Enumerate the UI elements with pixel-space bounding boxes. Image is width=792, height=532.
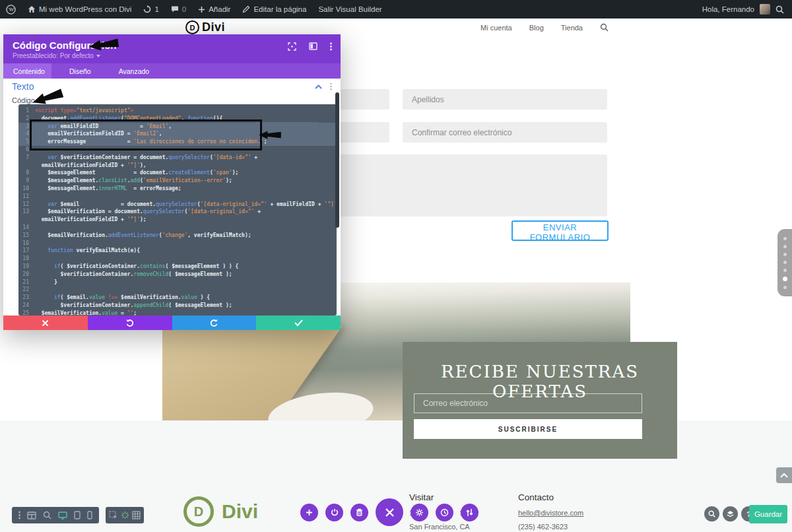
site-menu[interactable]: Mi web WordPress con Divi [22,0,137,18]
modal-header[interactable]: Código Configuración Preestablecido: Por… [3,34,341,63]
section-dot[interactable] [783,277,787,281]
preset-selector[interactable]: Preestablecido: Por defecto [13,52,100,59]
updates-menu[interactable]: 1 [137,0,164,18]
up-down-arrows-icon [466,508,473,517]
discard-button[interactable] [3,316,88,330]
last-name-field[interactable] [403,89,607,110]
modal-scrollbar[interactable] [335,92,339,228]
footer-email-link[interactable]: hello@divistore.com [518,509,583,517]
new-content-menu[interactable]: Añadir [192,0,236,18]
phone-view-icon[interactable] [87,511,92,519]
submit-form-button[interactable]: ENVIAR FORMULARIO [512,220,609,241]
code-line[interactable]: 23 if( $email.value !== $emailVerificati… [18,294,337,302]
edit-page-menu[interactable]: Editar la página [236,0,312,18]
main-nav: Mi cuenta Blog Tienda [480,23,609,32]
layers-icon [727,510,734,517]
code-line[interactable]: 10 $messageElement.innerHTML = errorMess… [18,185,337,193]
account-greeting[interactable]: Hola, Fernando [702,5,754,13]
expand-modal-icon[interactable] [288,42,296,51]
wp-admin-bar: Mi web WordPress con Divi 1 0 Añadir Edi… [0,0,792,18]
code-line[interactable]: 25 $emailVerification.value = ''; [18,310,337,316]
power-icon [331,508,339,516]
code-line[interactable]: 12 var $email = document.querySelector('… [18,201,337,209]
accept-button[interactable] [256,316,341,330]
code-line[interactable]: 8 $messageElement = document.createEleme… [18,169,337,177]
code-line[interactable]: 19 if( $verificationContainer.contains( … [18,263,337,271]
code-line[interactable]: 11 [18,193,337,201]
dock-modal-icon[interactable] [309,42,317,50]
add-section-button[interactable] [300,504,318,521]
section-dot[interactable] [783,245,787,248]
redo-button[interactable] [172,316,257,330]
code-line[interactable]: 24 $verificationContainer.appendChild( $… [18,302,337,310]
line-number: 13 [18,208,29,216]
code-line[interactable]: 7 var $verificationContainer = document.… [18,154,337,162]
undo-button[interactable] [88,316,172,330]
delete-button[interactable] [350,504,368,521]
code-line[interactable]: 15 $emailVerification.addEventListener('… [18,232,337,240]
code-line[interactable]: 13 $emailVerification = document.querySe… [18,208,337,216]
exit-visual-builder[interactable]: Salir Visual Builder [312,0,387,18]
layers-button[interactable] [723,506,738,521]
code-line[interactable]: 20 $verificationContainer.removeChild( $… [18,271,337,279]
search-settings-button[interactable] [704,506,719,521]
tab-diseno[interactable]: Diseño [59,63,101,79]
code-line[interactable]: 14 [18,224,337,232]
code-line[interactable]: 22 [18,286,337,294]
nav-item-mi-cuenta[interactable]: Mi cuenta [480,24,512,32]
history-button[interactable] [436,504,453,521]
section-dot[interactable] [783,253,787,256]
close-builder-menu-button[interactable] [376,498,403,526]
nav-item-tienda[interactable]: Tienda [561,24,583,32]
tab-contenido[interactable]: Contenido [3,63,51,79]
subscribe-button[interactable]: SUSCRIBIRSE [414,419,642,439]
code-line[interactable]: 16 [18,240,337,248]
section-dot[interactable] [783,261,787,264]
modal-kebab-icon[interactable] [330,42,332,51]
desktop-view-icon[interactable] [58,512,67,519]
footer-logo[interactable]: D Divi [183,496,258,527]
line-number: 5 [18,138,29,146]
toggle-kebab-icon[interactable] [330,83,332,90]
portability-button[interactable] [461,504,478,521]
code-line[interactable]: 21 } [18,279,337,286]
section-dot[interactable] [783,237,787,240]
wireframe-view-icon[interactable] [27,512,36,519]
nav-item-blog[interactable]: Blog [529,24,544,32]
grid-mode-icon[interactable] [132,511,141,519]
tab-avanzado[interactable]: Avanzado [109,63,160,79]
caret-down-icon [96,55,100,57]
undo-icon [125,319,134,327]
code-line[interactable]: emailVerificationFieldID + '"]'), [18,162,337,170]
code-line[interactable]: emailVerificationFieldID + '"]'); [18,216,337,224]
line-number: 6 [18,146,29,154]
footer-contact-column: Contacto hello@divistore.com (235) 462-3… [518,492,583,532]
header-search-icon[interactable] [600,23,609,32]
settings-button[interactable] [411,504,428,521]
comments-menu[interactable]: 0 [165,0,192,18]
code-line[interactable]: 18 [18,255,337,263]
site-logo[interactable]: D Divi [185,20,225,34]
footer-phone: (235) 462-3623 [518,523,583,531]
code-line[interactable]: 1<script type="text/javascript"> [18,107,337,115]
code-line[interactable]: 17 function verifyEmailMatch(e){ [18,247,337,255]
search-icon[interactable] [776,5,784,14]
avatar[interactable] [760,4,770,15]
home-icon [28,5,36,13]
confirm-email-field[interactable] [403,122,607,143]
wp-logo-icon[interactable] [0,0,22,18]
newsletter-email-input[interactable] [414,393,642,413]
zoom-icon[interactable] [43,511,51,519]
expand-toolbar-icon[interactable] [18,511,20,519]
section-dot[interactable] [783,286,787,289]
back-to-top-button[interactable] [776,467,792,483]
code-line[interactable]: 9 $messageElement.classList.add('emailVe… [18,177,337,185]
page-settings-button[interactable] [325,504,343,521]
section-dot[interactable] [783,269,787,272]
save-button[interactable]: Guardar [749,505,787,523]
tablet-view-icon[interactable] [74,511,81,519]
click-mode-icon[interactable] [121,511,129,519]
add-label: Añadir [209,5,230,13]
collapse-chevron-icon[interactable] [315,84,322,89]
hover-mode-icon[interactable] [109,511,117,519]
